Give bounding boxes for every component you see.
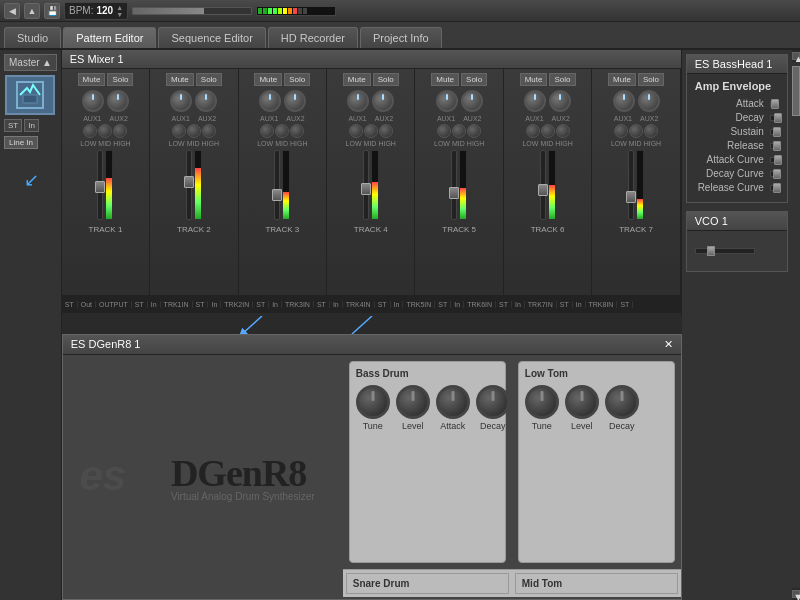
channel-4-mid-knob[interactable]	[364, 124, 378, 138]
channel-2-knob-2[interactable]	[195, 90, 217, 112]
routing-trk7in[interactable]: TRK7IN	[525, 301, 557, 308]
bpm-down-arrow[interactable]: ▼	[116, 11, 123, 18]
routing-trk8in[interactable]: TRK8IN	[586, 301, 618, 308]
channel-1-fader[interactable]	[97, 150, 103, 220]
bpm-up-arrow[interactable]: ▲	[116, 4, 123, 11]
bass-drum-tune-knob[interactable]	[356, 385, 390, 419]
scroll-thumb[interactable]	[792, 66, 800, 116]
channel-6-knob-2[interactable]	[549, 90, 571, 112]
channel-2-fader[interactable]	[186, 150, 192, 220]
routing-in4[interactable]: In	[269, 301, 282, 308]
vco-slider[interactable]	[695, 248, 755, 254]
routing-st3[interactable]: ST	[193, 301, 209, 308]
channel-3-mute[interactable]: Mute	[254, 73, 282, 86]
transport-slider[interactable]	[132, 7, 252, 15]
low-tom-tune-knob[interactable]	[525, 385, 559, 419]
channel-5-fader-handle[interactable]	[449, 187, 459, 199]
tab-sequence-editor[interactable]: Sequence Editor	[158, 27, 265, 48]
routing-st9[interactable]: ST	[557, 301, 573, 308]
channel-1-mid-knob[interactable]	[98, 124, 112, 138]
bass-drum-level-knob[interactable]	[396, 385, 430, 419]
channel-6-mid-knob[interactable]	[541, 124, 555, 138]
scrollbar[interactable]: ▲ ▼	[792, 50, 800, 600]
channel-7-fader-handle[interactable]	[626, 191, 636, 203]
routing-in6[interactable]: In	[391, 301, 404, 308]
channel-7-solo[interactable]: Solo	[638, 73, 664, 86]
channel-1-mute[interactable]: Mute	[78, 73, 106, 86]
release-curve-slider-handle[interactable]	[773, 183, 781, 193]
master-icon[interactable]	[5, 75, 55, 115]
routing-in8[interactable]: In	[512, 301, 525, 308]
line-in-button[interactable]: Line In	[4, 136, 38, 149]
channel-1-knob-2[interactable]	[107, 90, 129, 112]
routing-trk4in[interactable]: TRK4IN	[343, 301, 375, 308]
routing-st6[interactable]: ST	[375, 301, 391, 308]
routing-st2[interactable]: ST	[132, 301, 148, 308]
channel-2-mid-knob[interactable]	[187, 124, 201, 138]
attack-curve-slider[interactable]	[770, 157, 779, 163]
routing-st4[interactable]: ST	[253, 301, 269, 308]
scroll-up-arrow[interactable]: ▲	[792, 52, 800, 60]
master-collapse[interactable]: ▲	[42, 57, 52, 68]
up-icon[interactable]: ▲	[24, 3, 40, 19]
channel-5-solo[interactable]: Solo	[461, 73, 487, 86]
channel-7-fader[interactable]	[628, 150, 634, 220]
scroll-down-arrow[interactable]: ▼	[792, 590, 800, 598]
decay-slider[interactable]	[770, 115, 779, 121]
attack-slider[interactable]	[770, 101, 779, 107]
attack-curve-slider-handle[interactable]	[774, 155, 782, 165]
channel-1-solo[interactable]: Solo	[107, 73, 133, 86]
channel-6-fader-handle[interactable]	[538, 184, 548, 196]
routing-trk6in[interactable]: TRK6IN	[464, 301, 496, 308]
channel-4-knob-2[interactable]	[372, 90, 394, 112]
channel-2-solo[interactable]: Solo	[196, 73, 222, 86]
channel-4-fader-handle[interactable]	[361, 183, 371, 195]
channel-7-high-knob[interactable]	[644, 124, 658, 138]
channel-1-low-knob[interactable]	[83, 124, 97, 138]
channel-7-knob-2[interactable]	[638, 90, 660, 112]
channel-5-fader[interactable]	[451, 150, 457, 220]
routing-trk5in[interactable]: TRK5IN	[403, 301, 435, 308]
channel-4-high-knob[interactable]	[379, 124, 393, 138]
channel-7-low-knob[interactable]	[614, 124, 628, 138]
channel-3-knob-2[interactable]	[284, 90, 306, 112]
release-curve-slider[interactable]	[770, 185, 779, 191]
bpm-arrows[interactable]: ▲ ▼	[116, 4, 123, 18]
sustain-slider-handle[interactable]	[773, 127, 781, 137]
channel-5-high-knob[interactable]	[467, 124, 481, 138]
routing-in7[interactable]: In	[451, 301, 464, 308]
channel-6-mute[interactable]: Mute	[520, 73, 548, 86]
channel-2-high-knob[interactable]	[202, 124, 216, 138]
routing-in2[interactable]: In	[148, 301, 161, 308]
channel-3-fader[interactable]	[274, 150, 280, 220]
routing-st10[interactable]: ST	[617, 301, 633, 308]
channel-5-low-knob[interactable]	[437, 124, 451, 138]
tab-studio[interactable]: Studio	[4, 27, 61, 48]
channel-4-fader[interactable]	[363, 150, 369, 220]
routing-trk2in[interactable]: TRK2IN	[221, 301, 253, 308]
channel-1-high-knob[interactable]	[113, 124, 127, 138]
channel-6-low-knob[interactable]	[526, 124, 540, 138]
channel-3-solo[interactable]: Solo	[284, 73, 310, 86]
routing-st[interactable]: ST	[62, 301, 78, 308]
channel-3-low-knob[interactable]	[260, 124, 274, 138]
routing-output[interactable]: OUTPUT	[96, 301, 132, 308]
channel-3-knob-1[interactable]	[259, 90, 281, 112]
channel-4-low-knob[interactable]	[349, 124, 363, 138]
routing-st5[interactable]: ST	[314, 301, 330, 308]
low-tom-decay-knob[interactable]	[605, 385, 639, 419]
channel-6-high-knob[interactable]	[556, 124, 570, 138]
scroll-track[interactable]	[792, 62, 800, 588]
channel-5-knob-1[interactable]	[436, 90, 458, 112]
routing-trk1in[interactable]: TRK1IN	[161, 301, 193, 308]
bass-drum-decay-knob[interactable]	[476, 385, 510, 419]
channel-2-mute[interactable]: Mute	[166, 73, 194, 86]
tab-hd-recorder[interactable]: HD Recorder	[268, 27, 358, 48]
bass-drum-attack-knob[interactable]	[436, 385, 470, 419]
routing-out[interactable]: Out	[78, 301, 96, 308]
routing-st8[interactable]: ST	[496, 301, 512, 308]
tab-project-info[interactable]: Project Info	[360, 27, 442, 48]
save-icon[interactable]: 💾	[44, 3, 60, 19]
channel-5-mid-knob[interactable]	[452, 124, 466, 138]
channel-3-high-knob[interactable]	[290, 124, 304, 138]
